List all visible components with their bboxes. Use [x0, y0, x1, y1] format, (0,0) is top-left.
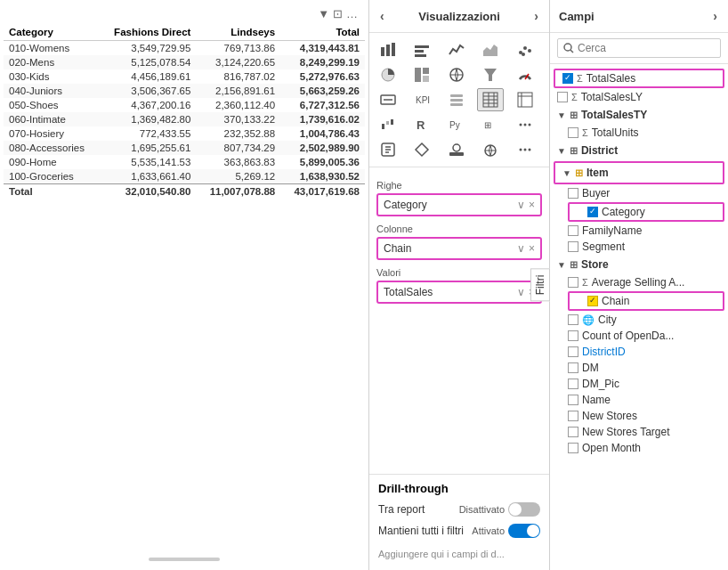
righe-label: Righe: [376, 180, 542, 191]
col-category: Category: [4, 24, 100, 41]
checkbox-familyname[interactable]: [568, 225, 578, 236]
viz-icon-bar-chart[interactable]: [408, 38, 435, 61]
viz-icon-globe-small[interactable]: [477, 138, 504, 161]
layout-icon[interactable]: ⊡: [333, 7, 343, 20]
viz-icon-format[interactable]: [375, 138, 401, 161]
section-store[interactable]: ▼ ⊞ Store: [550, 255, 728, 274]
viz-icon-gauge[interactable]: [512, 63, 538, 86]
svg-line-55: [570, 50, 573, 53]
fields-nav-right[interactable]: ›: [711, 7, 719, 25]
mantieni-toggle[interactable]: [508, 524, 540, 538]
viz-icon-scatter[interactable]: [512, 38, 538, 61]
table-cell: 1,004,786.43: [280, 126, 365, 141]
viz-icon-py[interactable]: Py: [443, 113, 470, 136]
checkbox-name[interactable]: [568, 395, 578, 405]
viz-icon-analytics[interactable]: [443, 138, 470, 161]
tra-report-toggle[interactable]: [508, 502, 540, 517]
checkbox-dm[interactable]: [568, 362, 578, 373]
field-item-name[interactable]: Name: [550, 392, 728, 408]
field-item-count-opendate[interactable]: Count of OpenDa...: [550, 328, 728, 344]
field-item-segment[interactable]: Segment: [550, 239, 728, 255]
field-item-totalsalesly[interactable]: Σ TotalSalesLY: [550, 89, 728, 105]
checkbox-segment[interactable]: [568, 241, 578, 252]
item-table-icon: ⊞: [575, 167, 583, 179]
checkbox-open-month[interactable]: [568, 443, 578, 453]
section-label-item: Item: [586, 167, 609, 179]
viz-nav-left[interactable]: ‹: [378, 7, 386, 25]
viz-icon-pie[interactable]: [375, 63, 401, 86]
righe-chevron[interactable]: ∨: [517, 199, 525, 211]
viz-icon-paint[interactable]: [408, 138, 435, 161]
field-item-dm-pic[interactable]: DM_Pic: [550, 376, 728, 392]
field-item-category[interactable]: Category: [568, 202, 724, 222]
field-item-buyer[interactable]: Buyer: [550, 185, 728, 201]
valori-chevron[interactable]: ∨: [517, 286, 525, 298]
valori-pill[interactable]: TotalSales ∨ ×: [376, 281, 542, 304]
viz-icon-more[interactable]: [512, 138, 538, 161]
viz-icon-map[interactable]: [443, 63, 470, 86]
viz-icon-treemap[interactable]: [408, 63, 435, 86]
viz-icon-area-chart[interactable]: [477, 38, 504, 61]
svg-rect-4: [415, 50, 424, 53]
viz-icon-slicer[interactable]: [443, 88, 470, 111]
totalsalesly-sigma-icon: Σ: [571, 92, 578, 102]
viz-icon-stacked-bar[interactable]: [375, 38, 401, 61]
checkbox-new-stores-target[interactable]: [568, 427, 578, 437]
field-item-city[interactable]: 🌐 City: [550, 312, 728, 328]
checkbox-totalsales[interactable]: [562, 73, 573, 84]
viz-icon-ellipsis[interactable]: [512, 113, 538, 136]
field-item-districtid[interactable]: DistrictID: [550, 344, 728, 360]
colonne-chevron[interactable]: ∨: [517, 242, 525, 255]
viz-icon-waterfall[interactable]: [375, 113, 401, 136]
filtri-tab[interactable]: Filtri: [530, 269, 550, 302]
checkbox-category[interactable]: [587, 207, 598, 217]
field-item-totalunits[interactable]: Σ TotalUnits: [550, 125, 728, 141]
field-item-open-month[interactable]: Open Month: [550, 440, 728, 456]
field-name-name: Name: [582, 394, 721, 406]
viz-icon-funnel[interactable]: [477, 63, 504, 86]
table-cell: 060-Intimate: [4, 112, 100, 126]
section-item[interactable]: ▼ ⊞ Item: [554, 161, 724, 184]
righe-pill[interactable]: Category ∨ ×: [376, 193, 542, 216]
more-icon[interactable]: …: [346, 7, 358, 20]
section-totalsalesty[interactable]: ▼ ⊞ TotalSalesTY: [550, 105, 728, 125]
field-item-new-stores-target[interactable]: New Stores Target: [550, 424, 728, 440]
table-cell: 040-Juniors: [4, 84, 100, 98]
checkbox-dm-pic[interactable]: [568, 379, 578, 389]
righe-close[interactable]: ×: [529, 199, 535, 211]
checkbox-districtid[interactable]: [568, 346, 578, 357]
viz-icon-line-chart[interactable]: [443, 38, 470, 61]
checkbox-city[interactable]: [568, 314, 578, 325]
field-item-chain[interactable]: ✓ Chain: [568, 291, 724, 311]
checkbox-new-stores[interactable]: [568, 411, 578, 421]
field-item-avg-selling[interactable]: Σ Average Selling A...: [550, 274, 728, 290]
search-input[interactable]: [578, 42, 715, 54]
filter-icon[interactable]: ▼: [318, 7, 329, 20]
checkbox-buyer[interactable]: [568, 188, 578, 199]
viz-nav-right[interactable]: ›: [532, 7, 540, 25]
checkbox-chain[interactable]: ✓: [587, 296, 598, 306]
section-label-store: Store: [581, 258, 609, 271]
colonne-close[interactable]: ×: [529, 242, 535, 255]
viz-icon-table[interactable]: [477, 88, 504, 111]
checkbox-count-opendate[interactable]: [568, 330, 578, 341]
viz-panel-header: ‹ Visualizzazioni ›: [369, 0, 549, 33]
checkbox-avg-selling[interactable]: [568, 277, 578, 288]
checkbox-totalunits[interactable]: [568, 127, 578, 138]
svg-point-42: [528, 124, 530, 126]
checkbox-totalsalesly[interactable]: [557, 92, 568, 102]
viz-icon-r[interactable]: R: [408, 113, 435, 136]
viz-icon-matrix[interactable]: [512, 88, 538, 111]
viz-icon-card[interactable]: [375, 88, 401, 111]
search-box[interactable]: [557, 38, 721, 58]
viz-icon-kpi[interactable]: KPI: [408, 88, 435, 111]
table-cell: 050-Shoes: [4, 98, 100, 112]
section-district[interactable]: ▼ ⊞ District: [550, 141, 728, 160]
field-item-new-stores[interactable]: New Stores: [550, 408, 728, 424]
field-item-totalsales[interactable]: Σ TotalSales: [554, 69, 724, 88]
field-item-dm[interactable]: DM: [550, 360, 728, 376]
viz-icon-custom[interactable]: ⊞: [477, 113, 504, 136]
field-name-open-month: Open Month: [582, 442, 721, 454]
colonne-pill[interactable]: Chain ∨ ×: [376, 237, 542, 260]
field-item-familyname[interactable]: FamilyName: [550, 223, 728, 239]
